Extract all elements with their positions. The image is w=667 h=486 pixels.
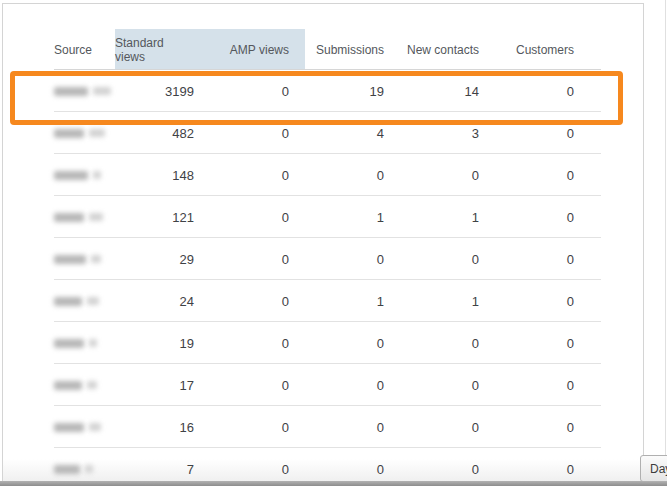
- day-toggle-button[interactable]: Day: [640, 455, 667, 482]
- cell-customers: 0: [495, 280, 590, 322]
- cell-submissions: 0: [305, 448, 400, 481]
- cell-standard-views: 121: [115, 196, 210, 238]
- report-panel: SourceStandard viewsAMP viewsSubmissions…: [2, 3, 644, 481]
- blurred-source-text: [89, 129, 105, 137]
- table-row: 170000: [40, 364, 590, 406]
- cell-submissions: 0: [305, 406, 400, 448]
- table-row: 240110: [40, 280, 590, 322]
- column-header-submissions[interactable]: Submissions: [305, 29, 400, 70]
- blurred-source-text: [93, 171, 101, 179]
- table-row: 1480000: [40, 154, 590, 196]
- cell-customers: 0: [495, 406, 590, 448]
- table-row: 290000: [40, 238, 590, 280]
- cell-customers: 0: [495, 238, 590, 280]
- table-row-selected: 3199019140: [40, 70, 590, 112]
- blurred-source-text: [89, 339, 97, 347]
- table-row: 1210110: [40, 196, 590, 238]
- cell-standard-views: 3199: [115, 70, 210, 112]
- cell-amp-views: 0: [210, 238, 305, 280]
- blurred-source-text: [54, 465, 80, 474]
- column-header-new-contacts[interactable]: New contacts: [400, 29, 495, 70]
- cell-customers: 0: [495, 196, 590, 238]
- blurred-source-text: [54, 171, 88, 180]
- cell-amp-views: 0: [210, 364, 305, 406]
- blurred-source-text: [54, 87, 88, 96]
- cell-submissions: 0: [305, 322, 400, 364]
- source-link-redacted[interactable]: [40, 238, 115, 280]
- cell-submissions: 0: [305, 154, 400, 196]
- cell-amp-views: 0: [210, 280, 305, 322]
- column-header-amp-views[interactable]: AMP views: [210, 29, 305, 70]
- window-right-edge: [665, 0, 666, 486]
- blurred-source-text: [54, 423, 84, 432]
- cell-new-contacts: 0: [400, 322, 495, 364]
- cell-new-contacts: 1: [400, 196, 495, 238]
- cell-customers: 0: [495, 322, 590, 364]
- source-link-redacted[interactable]: [40, 322, 115, 364]
- cell-customers: 0: [495, 364, 590, 406]
- blurred-source-text: [93, 87, 111, 95]
- source-link-redacted[interactable]: [40, 112, 115, 154]
- table-body: 3199019140482043014800001210110290000240…: [40, 70, 590, 481]
- cell-standard-views: 17: [115, 364, 210, 406]
- cell-amp-views: 0: [210, 70, 305, 112]
- blurred-source-text: [54, 129, 84, 138]
- cell-standard-views: 7: [115, 448, 210, 481]
- cell-submissions: 19: [305, 70, 400, 112]
- blurred-source-text: [54, 381, 82, 390]
- source-link-redacted[interactable]: [40, 448, 115, 481]
- source-link-redacted[interactable]: [40, 70, 115, 112]
- source-link-redacted[interactable]: [40, 364, 115, 406]
- window-bottom-edge: [0, 481, 667, 486]
- cell-amp-views: 0: [210, 448, 305, 481]
- table-row: 70000: [40, 448, 590, 481]
- cell-standard-views: 24: [115, 280, 210, 322]
- cell-standard-views: 148: [115, 154, 210, 196]
- blurred-source-text: [54, 339, 84, 348]
- blurred-source-text: [54, 297, 82, 306]
- blurred-source-text: [89, 423, 101, 431]
- cell-standard-views: 19: [115, 322, 210, 364]
- blurred-source-text: [54, 255, 86, 264]
- cell-new-contacts: 0: [400, 238, 495, 280]
- blurred-source-text: [87, 297, 99, 305]
- cell-new-contacts: 0: [400, 154, 495, 196]
- source-link-redacted[interactable]: [40, 196, 115, 238]
- source-link-redacted[interactable]: [40, 280, 115, 322]
- blurred-source-text: [85, 465, 93, 473]
- source-link-redacted[interactable]: [40, 406, 115, 448]
- cell-new-contacts: 14: [400, 70, 495, 112]
- blurred-source-text: [87, 381, 97, 389]
- cell-new-contacts: 0: [400, 406, 495, 448]
- table-row: 160000: [40, 406, 590, 448]
- cell-new-contacts: 3: [400, 112, 495, 154]
- cell-new-contacts: 1: [400, 280, 495, 322]
- column-header-customers[interactable]: Customers: [495, 29, 590, 70]
- sources-table: SourceStandard viewsAMP viewsSubmissions…: [40, 29, 590, 481]
- cell-standard-views: 29: [115, 238, 210, 280]
- source-link-redacted[interactable]: [40, 154, 115, 196]
- table-row: 4820430: [40, 112, 590, 154]
- column-header-source[interactable]: Source: [40, 29, 115, 70]
- cell-customers: 0: [495, 70, 590, 112]
- blurred-source-text: [54, 213, 84, 222]
- cell-standard-views: 482: [115, 112, 210, 154]
- cell-submissions: 0: [305, 364, 400, 406]
- cell-submissions: 1: [305, 280, 400, 322]
- cell-customers: 0: [495, 154, 590, 196]
- cell-submissions: 4: [305, 112, 400, 154]
- cell-amp-views: 0: [210, 322, 305, 364]
- blurred-source-text: [91, 255, 101, 263]
- cell-standard-views: 16: [115, 406, 210, 448]
- cell-customers: 0: [495, 448, 590, 481]
- table-row: 190000: [40, 322, 590, 364]
- cell-new-contacts: 0: [400, 448, 495, 481]
- cell-amp-views: 0: [210, 112, 305, 154]
- cell-amp-views: 0: [210, 196, 305, 238]
- cell-submissions: 0: [305, 238, 400, 280]
- table-header-row: SourceStandard viewsAMP viewsSubmissions…: [40, 29, 590, 70]
- cell-amp-views: 0: [210, 406, 305, 448]
- column-header-standard-views[interactable]: Standard views: [115, 29, 210, 70]
- cell-amp-views: 0: [210, 154, 305, 196]
- cell-submissions: 1: [305, 196, 400, 238]
